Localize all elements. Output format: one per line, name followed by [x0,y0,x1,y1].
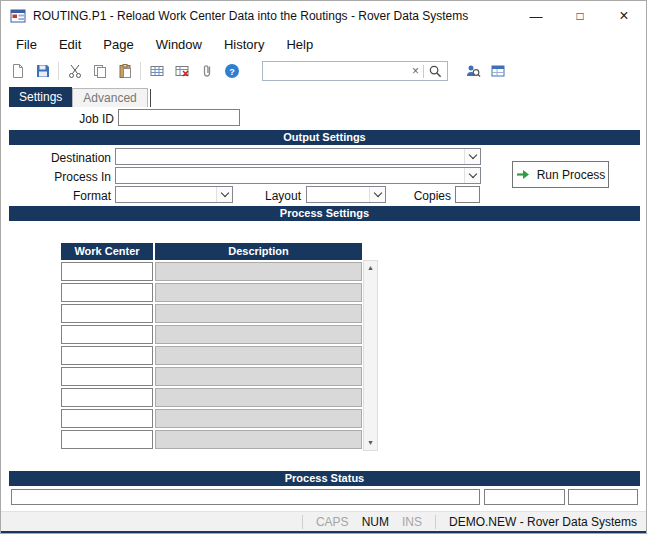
paste-icon[interactable] [112,59,137,83]
help-icon[interactable]: ? [219,59,244,83]
run-process-button[interactable]: Run Process [512,161,609,188]
toolbar-separator [140,62,141,80]
work-center-cell[interactable] [61,367,153,386]
description-cell [155,367,362,386]
search-icon[interactable] [424,64,447,79]
scroll-up-icon[interactable]: ▲ [364,261,377,275]
run-process-label: Run Process [537,168,606,182]
menu-bar: File Edit Page Window History Help [1,31,646,57]
column-header-description: Description [155,243,362,260]
window-controls: — □ × [514,1,646,31]
table-row [61,262,363,281]
table-row [61,409,363,428]
table-row [61,388,363,407]
description-cell [155,283,362,302]
process-status-header: Process Status [9,471,640,486]
format-select[interactable] [115,186,233,203]
menu-page[interactable]: Page [92,34,144,55]
caps-indicator: CAPS [316,515,349,529]
app-window: ROUTING.P1 - Reload Work Center Data int… [0,0,647,534]
table-scrollbar[interactable]: ▲ ▼ [363,260,378,451]
table-row [61,430,363,449]
num-indicator: NUM [362,515,389,529]
job-id-input[interactable] [118,109,240,126]
table-row [61,283,363,302]
work-center-table-body [61,262,363,453]
work-center-cell[interactable] [61,388,153,407]
work-center-cell[interactable] [61,262,153,281]
menu-window[interactable]: Window [145,34,213,55]
status-field-count [484,489,565,505]
work-center-cell[interactable] [61,283,153,302]
green-arrow-icon [516,169,531,180]
toolbar-search: × [262,61,448,81]
session-context: DEMO.NEW - Rover Data Systems [449,515,637,529]
status-field-message [11,489,480,505]
chevron-down-icon[interactable] [216,187,232,202]
save-icon[interactable] [30,59,55,83]
description-cell [155,262,362,281]
column-header-work-center: Work Center [61,243,153,260]
menu-help[interactable]: Help [275,34,324,55]
new-document-icon[interactable] [5,59,30,83]
work-center-cell[interactable] [61,304,153,323]
search-input[interactable] [263,62,408,80]
description-cell [155,430,362,449]
work-center-cell[interactable] [61,409,153,428]
grid-insert-icon[interactable] [144,59,169,83]
menu-file[interactable]: File [5,34,48,55]
copies-input[interactable] [455,186,480,203]
menu-edit[interactable]: Edit [48,34,92,55]
work-center-cell[interactable] [61,346,153,365]
layout-label: Layout [241,189,301,203]
cut-icon[interactable] [62,59,87,83]
title-bar: ROUTING.P1 - Reload Work Center Data int… [1,1,646,31]
copies-label: Copies [394,189,451,203]
chevron-down-icon[interactable] [369,187,385,202]
user-lookup-icon[interactable] [460,59,485,83]
window-title: ROUTING.P1 - Reload Work Center Data int… [33,9,468,23]
app-icon [10,8,26,24]
chevron-down-icon[interactable] [464,168,480,183]
output-settings-header: Output Settings [9,130,640,145]
tab-advanced[interactable]: Advanced [72,88,147,107]
description-cell [155,325,362,344]
maximize-button[interactable]: □ [558,1,602,31]
status-field-time [568,489,638,505]
table-row [61,304,363,323]
copy-icon[interactable] [87,59,112,83]
job-id-label: Job ID [1,112,114,126]
process-in-select[interactable] [115,167,481,184]
clear-search-icon[interactable]: × [408,65,423,77]
minimize-button[interactable]: — [514,1,558,31]
toolbar: ? × [1,57,646,85]
process-settings-header: Process Settings [9,206,640,221]
description-cell [155,346,362,365]
table-view-icon[interactable] [485,59,510,83]
destination-select[interactable] [115,148,481,165]
tab-settings[interactable]: Settings [9,87,72,107]
grid-delete-icon[interactable] [169,59,194,83]
tab-strip: Settings Advanced [9,87,151,107]
toolbar-separator [58,62,59,80]
statusbar-separator [435,515,436,529]
attachment-icon[interactable] [194,59,219,83]
svg-text:?: ? [229,67,235,77]
menu-history[interactable]: History [213,34,275,55]
close-button[interactable]: × [602,1,646,31]
work-center-cell[interactable] [61,325,153,344]
process-in-label: Process In [1,170,111,184]
work-center-cell[interactable] [61,430,153,449]
table-row [61,367,363,386]
layout-select[interactable] [306,186,386,203]
statusbar-separator [302,515,303,529]
scroll-down-icon[interactable]: ▼ [364,436,377,450]
tab-strip-edge [150,89,151,107]
format-label: Format [1,189,111,203]
status-bar: CAPS NUM INS DEMO.NEW - Rover Data Syste… [1,511,646,531]
description-cell [155,388,362,407]
chevron-down-icon[interactable] [464,149,480,164]
ins-indicator: INS [402,515,422,529]
destination-label: Destination [1,151,111,165]
description-cell [155,409,362,428]
